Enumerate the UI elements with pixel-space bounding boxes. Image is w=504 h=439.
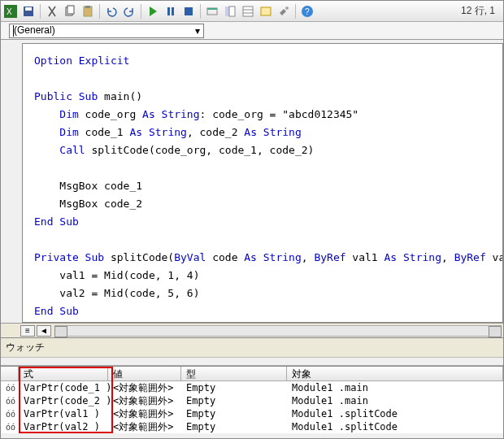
svg-rect-18 bbox=[261, 7, 271, 15]
watch-header-context[interactable]: 対象 bbox=[287, 367, 503, 381]
run-icon[interactable] bbox=[146, 5, 159, 18]
watch-value: <対象範囲外> bbox=[108, 420, 181, 434]
code-pane-footer: ≡ ◄ bbox=[1, 323, 503, 337]
watch-header-type[interactable]: 型 bbox=[181, 367, 287, 381]
svg-rect-3 bbox=[25, 7, 32, 11]
cut-icon[interactable] bbox=[46, 5, 59, 18]
glasses-icon: óó bbox=[1, 384, 19, 393]
redo-icon[interactable] bbox=[123, 5, 136, 18]
watch-table: 式 値 型 対象 óó VarPtr(code_1 ) <対象範囲外> Empt… bbox=[1, 366, 503, 433]
svg-text:X: X bbox=[7, 7, 12, 16]
code-editor[interactable]: Option Explicit Public Sub main() Dim co… bbox=[23, 44, 502, 323]
code-pane: Option Explicit Public Sub main() Dim co… bbox=[22, 43, 503, 323]
help-icon[interactable]: ? bbox=[301, 5, 314, 18]
undo-icon[interactable] bbox=[105, 5, 118, 18]
svg-rect-10 bbox=[185, 7, 193, 15]
watch-expr: VarPtr(code_2 ) bbox=[19, 395, 108, 406]
separator bbox=[295, 4, 296, 19]
pause-icon[interactable] bbox=[164, 5, 177, 18]
watch-type: Empty bbox=[181, 382, 287, 393]
glasses-icon: óó bbox=[1, 410, 19, 419]
toolbar: X ? 12 行, 1 bbox=[1, 1, 503, 22]
separator bbox=[40, 4, 41, 19]
full-module-view-button[interactable]: ◄ bbox=[37, 325, 51, 337]
project-explorer-icon[interactable] bbox=[224, 5, 237, 18]
svg-text:?: ? bbox=[305, 7, 310, 16]
cursor-position-text: 12 行, 1 bbox=[461, 4, 495, 18]
object-dropdown-value: (General) bbox=[14, 24, 55, 36]
watch-row[interactable]: óó VarPtr(code_2 ) <対象範囲外> Empty Module1… bbox=[1, 394, 503, 407]
glasses-icon: óó bbox=[1, 423, 19, 432]
separator bbox=[200, 4, 201, 19]
watch-header: 式 値 型 対象 bbox=[1, 367, 503, 381]
watch-context: Module1 .main bbox=[287, 382, 503, 393]
object-dropdown[interactable]: (General) ▾ bbox=[9, 24, 204, 38]
chevron-down-icon: ▾ bbox=[195, 25, 200, 37]
watch-header-icon bbox=[1, 367, 19, 381]
svg-rect-15 bbox=[243, 7, 253, 16]
watch-row[interactable]: óó VarPtr(val1 ) <対象範囲外> Empty Module1 .… bbox=[1, 407, 503, 420]
watch-row[interactable]: óó VarPtr(val2 ) <対象範囲外> Empty Module1 .… bbox=[1, 420, 503, 433]
toolbox-icon[interactable] bbox=[277, 5, 290, 18]
watch-row[interactable]: óó VarPtr(code_1 ) <対象範囲外> Empty Module1… bbox=[1, 381, 503, 394]
svg-rect-14 bbox=[229, 7, 235, 16]
object-dropdown-bar: (General) ▾ bbox=[1, 22, 503, 40]
watch-type: Empty bbox=[181, 421, 287, 432]
watch-type: Empty bbox=[181, 408, 287, 419]
save-icon[interactable] bbox=[22, 5, 35, 18]
watch-header-expr[interactable]: 式 bbox=[19, 367, 108, 381]
glasses-icon: óó bbox=[1, 397, 19, 406]
svg-rect-9 bbox=[172, 7, 174, 15]
watch-context: Module1 .splitCode bbox=[287, 421, 503, 432]
watch-title: ウォッチ bbox=[1, 338, 503, 358]
svg-rect-7 bbox=[85, 6, 90, 8]
cursor-position: 12 行, 1 bbox=[461, 4, 500, 18]
watch-context: Module1 .splitCode bbox=[287, 408, 503, 419]
horizontal-scrollbar[interactable] bbox=[54, 325, 502, 337]
procedure-view-button[interactable]: ≡ bbox=[20, 325, 35, 337]
stop-icon[interactable] bbox=[182, 5, 195, 18]
properties-icon[interactable] bbox=[241, 5, 254, 18]
svg-rect-8 bbox=[167, 7, 170, 15]
watch-expr: VarPtr(code_1 ) bbox=[19, 382, 108, 393]
svg-point-19 bbox=[285, 7, 289, 10]
watch-spacer bbox=[1, 358, 503, 366]
svg-rect-12 bbox=[207, 8, 217, 10]
paste-icon[interactable] bbox=[81, 5, 94, 18]
watch-expr: VarPtr(val2 ) bbox=[19, 421, 108, 432]
excel-icon[interactable]: X bbox=[4, 5, 17, 18]
watch-context: Module1 .main bbox=[287, 395, 503, 406]
watch-value: <対象範囲外> bbox=[108, 407, 181, 421]
watch-value: <対象範囲外> bbox=[108, 394, 181, 408]
design-mode-icon[interactable] bbox=[206, 5, 219, 18]
watch-header-value[interactable]: 値 bbox=[108, 367, 181, 381]
separator bbox=[99, 4, 100, 19]
watch-expr: VarPtr(val1 ) bbox=[19, 408, 108, 419]
watch-pane: ウォッチ 式 値 型 対象 óó VarPtr(code_1 ) <対象範囲外>… bbox=[1, 337, 503, 433]
copy-icon[interactable] bbox=[63, 5, 76, 18]
object-browser-icon[interactable] bbox=[259, 5, 272, 18]
svg-rect-5 bbox=[67, 6, 74, 14]
watch-value: <対象範囲外> bbox=[108, 381, 181, 395]
watch-type: Empty bbox=[181, 395, 287, 406]
watch-rows: óó VarPtr(code_1 ) <対象範囲外> Empty Module1… bbox=[1, 381, 503, 433]
svg-rect-13 bbox=[225, 7, 229, 16]
separator bbox=[141, 4, 141, 19]
